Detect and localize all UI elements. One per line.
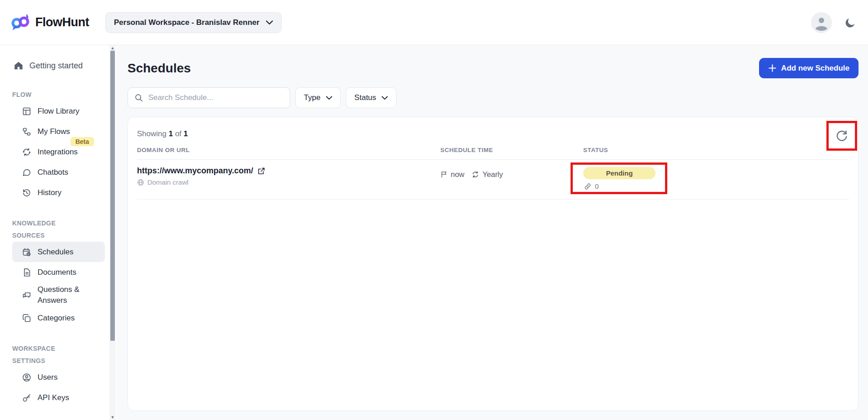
workspace-selector[interactable]: Personal Workspace - Branislav Renner <box>105 12 282 33</box>
search-schedule-box <box>127 87 290 108</box>
history-clock-icon <box>22 188 31 197</box>
table-row[interactable]: https://www.mycompany.com/ Domain crawl <box>137 160 849 200</box>
sidebar-item-label: Users <box>38 372 57 383</box>
calendar-clock-icon <box>22 248 31 257</box>
user-circle-icon <box>22 373 31 382</box>
search-schedule-input[interactable] <box>148 93 283 102</box>
external-link-icon[interactable] <box>257 167 265 175</box>
type-filter-dropdown[interactable]: Type <box>295 87 341 108</box>
flow-nodes-icon <box>22 127 31 136</box>
sidebar-item-label: Categories <box>38 313 75 324</box>
schedule-start: now <box>451 170 464 179</box>
document-icon <box>22 268 31 277</box>
chevron-down-icon <box>266 20 273 25</box>
sidebar-item-schedules[interactable]: Schedules <box>12 242 105 262</box>
sidebar-item-categories[interactable]: Categories <box>12 308 105 328</box>
sidebar-item-integrations[interactable]: Integrations Beta <box>12 142 105 162</box>
column-header-schedule-time: SCHEDULE TIME <box>440 147 583 153</box>
sidebar-item-history[interactable]: History <box>12 182 105 203</box>
questions-answers-icon <box>22 291 31 300</box>
person-icon <box>811 12 832 33</box>
chat-bubble-icon <box>22 168 31 177</box>
sidebar-item-label: Questions & Answers <box>38 284 92 306</box>
link-icon <box>584 183 591 190</box>
workspace-selector-label: Personal Workspace - Branislav Renner <box>114 18 259 27</box>
status-badge: Pending <box>583 167 656 179</box>
home-icon <box>14 61 24 71</box>
top-header: FlowHunt Personal Workspace - Branislav … <box>0 0 868 45</box>
sidebar-item-label: Getting started <box>29 61 83 71</box>
column-header-status: STATUS <box>583 147 849 153</box>
refresh-button[interactable] <box>835 129 849 143</box>
refresh-icon <box>835 129 849 143</box>
sidebar: Getting started FLOW Flow Library My Flo… <box>0 45 117 420</box>
sidebar-item-label: Schedules <box>38 247 73 258</box>
beta-badge: Beta <box>71 137 94 146</box>
sidebar-item-label: Chatbots <box>38 167 68 178</box>
sidebar-item-chatbots[interactable]: Chatbots <box>12 162 105 182</box>
integrations-sync-icon <box>22 148 31 157</box>
chevron-down-icon <box>326 96 332 100</box>
crawl-type-label: Domain crawl <box>147 178 189 186</box>
schedule-time-cell: now Yearly <box>440 166 583 190</box>
showing-count-value: 1 <box>169 129 173 138</box>
page-title: Schedules <box>127 61 191 76</box>
flag-icon <box>440 171 448 178</box>
cycle-icon <box>472 171 479 178</box>
brand-logo[interactable]: FlowHunt <box>10 13 89 32</box>
sidebar-item-label: API Keys <box>38 392 69 403</box>
sidebar-section-workspace-settings: WORKSPACE SETTINGS <box>12 343 80 367</box>
scrollbar-up-arrow[interactable]: ▲ <box>109 45 116 51</box>
sidebar-section-knowledge-sources: KNOWLEDGE SOURCES <box>12 217 80 242</box>
brand-name: FlowHunt <box>35 15 89 29</box>
status-filter-dropdown[interactable]: Status <box>346 87 396 108</box>
main-content: Schedules Add new Schedule Type Status <box>117 45 868 420</box>
schedule-frequency: Yearly <box>482 170 503 179</box>
schedules-table-card: Showing 1 of 1 DOMAIN OR URL SCHEDULE TI… <box>127 117 859 411</box>
showing-total-value: 1 <box>184 129 188 138</box>
showing-count: Showing 1 of 1 <box>137 117 849 138</box>
sidebar-item-label: Integrations <box>38 147 78 158</box>
showing-prefix: Showing <box>137 129 166 138</box>
sidebar-item-users[interactable]: Users <box>12 367 105 387</box>
sidebar-scrollbar-thumb[interactable] <box>110 51 115 341</box>
sidebar-scrollbar[interactable]: ▲ ▼ <box>109 45 116 420</box>
search-icon <box>134 93 143 102</box>
categories-icon <box>22 314 31 323</box>
scrollbar-down-arrow[interactable]: ▼ <box>109 415 116 420</box>
sidebar-item-label: Documents <box>38 267 76 278</box>
domain-cell: https://www.mycompany.com/ Domain crawl <box>137 166 440 190</box>
sidebar-item-documents[interactable]: Documents <box>12 262 105 282</box>
dark-mode-toggle[interactable] <box>844 17 856 29</box>
sidebar-item-getting-started[interactable]: Getting started <box>12 57 103 74</box>
header-actions <box>811 12 856 33</box>
showing-of: of <box>175 129 181 138</box>
sidebar-item-api-keys[interactable]: API Keys <box>12 387 105 408</box>
table-header-row: DOMAIN OR URL SCHEDULE TIME STATUS <box>137 147 849 160</box>
moon-icon <box>844 17 856 29</box>
sidebar-item-label: Flow Library <box>38 106 80 117</box>
type-filter-label: Type <box>304 93 321 102</box>
column-header-domain: DOMAIN OR URL <box>137 147 440 153</box>
schedule-url: https://www.mycompany.com/ <box>137 166 253 176</box>
avatar[interactable] <box>811 12 832 33</box>
sidebar-item-label: History <box>38 187 61 198</box>
add-new-schedule-button[interactable]: Add new Schedule <box>759 58 859 78</box>
flowhunt-logo-icon <box>10 13 31 32</box>
status-cell: Pending 0 <box>583 166 849 190</box>
key-icon <box>22 393 31 402</box>
sidebar-item-flow-library[interactable]: Flow Library <box>12 101 105 121</box>
globe-icon <box>137 179 144 186</box>
status-filter-label: Status <box>354 93 376 102</box>
links-count: 0 <box>595 182 599 190</box>
plus-icon <box>768 64 777 72</box>
add-new-schedule-label: Add new Schedule <box>781 64 849 73</box>
flow-library-icon <box>22 107 31 116</box>
sidebar-item-label: My Flows <box>38 126 70 137</box>
annotation-box-refresh <box>826 121 857 151</box>
sidebar-section-flow: FLOW <box>12 89 80 101</box>
chevron-down-icon <box>382 96 388 100</box>
sidebar-item-questions-answers[interactable]: Questions & Answers <box>12 282 105 308</box>
